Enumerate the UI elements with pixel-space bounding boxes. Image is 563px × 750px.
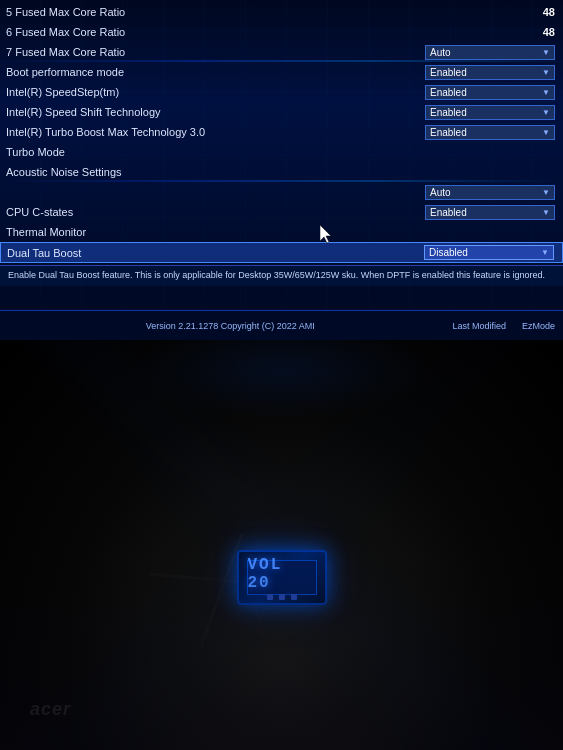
bios-description: Enable Dual Tau Boost feature. This is o… bbox=[0, 265, 563, 286]
bios-label-thermal: Thermal Monitor bbox=[6, 226, 86, 238]
bios-dropdown-turbo-max[interactable]: Enabled bbox=[425, 125, 555, 140]
bios-dropdown-cstates[interactable]: Enabled bbox=[425, 205, 555, 220]
bios-row-fused5: 5 Fused Max Core Ratio 48 bbox=[0, 2, 563, 22]
bios-ez-mode[interactable]: EzMode bbox=[522, 321, 555, 331]
bios-row-auto[interactable]: Auto bbox=[0, 182, 563, 202]
bios-label-turbo-mode: Turbo Mode bbox=[6, 146, 65, 158]
bios-value-fused6: 48 bbox=[543, 26, 555, 38]
bios-label-acoustic: Acoustic Noise Settings bbox=[6, 166, 122, 178]
desk-surface bbox=[0, 550, 563, 750]
bios-row-speedshift[interactable]: Intel(R) Speed Shift Technology Enabled bbox=[0, 102, 563, 122]
bios-row-turbo-max[interactable]: Intel(R) Turbo Boost Max Technology 3.0 … bbox=[0, 122, 563, 142]
bios-row-fused6: 6 Fused Max Core Ratio 48 bbox=[0, 22, 563, 42]
bios-footer-right: Last Modified EzMode bbox=[452, 321, 555, 331]
bios-row-speedstep[interactable]: Intel(R) SpeedStep(tm) Enabled bbox=[0, 82, 563, 102]
bios-row-turbo-mode: Turbo Mode bbox=[0, 142, 563, 162]
bios-label-fused7: 7 Fused Max Core Ratio bbox=[6, 46, 125, 58]
bios-dropdown-auto[interactable]: Auto bbox=[425, 185, 555, 200]
bios-row-cstates[interactable]: CPU C-states Enabled bbox=[0, 202, 563, 222]
bios-dropdown-dual-tau[interactable]: Disabled bbox=[424, 245, 554, 260]
real-world-area: VOL 20 acer bbox=[0, 340, 563, 750]
bios-value-fused5: 48 bbox=[543, 6, 555, 18]
bios-dropdown-speedstep[interactable]: Enabled bbox=[425, 85, 555, 100]
bios-row-acoustic: Acoustic Noise Settings bbox=[0, 162, 563, 182]
bios-row-fused7[interactable]: 7 Fused Max Core Ratio Auto bbox=[0, 42, 563, 62]
bios-label-cstates: CPU C-states bbox=[6, 206, 73, 218]
bios-row-dual-tau[interactable]: Dual Tau Boost Disabled bbox=[0, 242, 563, 263]
bios-label-speedstep: Intel(R) SpeedStep(tm) bbox=[6, 86, 119, 98]
bios-label-fused5: 5 Fused Max Core Ratio bbox=[6, 6, 125, 18]
bios-content: 5 Fused Max Core Ratio 48 6 Fused Max Co… bbox=[0, 0, 563, 265]
bios-label-speedshift: Intel(R) Speed Shift Technology bbox=[6, 106, 161, 118]
bios-label-fused6: 6 Fused Max Core Ratio bbox=[6, 26, 125, 38]
bios-label-dual-tau: Dual Tau Boost bbox=[7, 247, 81, 259]
bios-footer: Version 2.21.1278 Copyright (C) 2022 AMI… bbox=[0, 310, 563, 340]
bios-row-boot[interactable]: Boot performance mode Enabled bbox=[0, 62, 563, 82]
bios-label-boot: Boot performance mode bbox=[6, 66, 124, 78]
bios-screen: 5 Fused Max Core Ratio 48 6 Fused Max Co… bbox=[0, 0, 563, 340]
bios-row-thermal: Thermal Monitor bbox=[0, 222, 563, 242]
bios-dropdown-boot[interactable]: Enabled bbox=[425, 65, 555, 80]
bios-label-turbo-max: Intel(R) Turbo Boost Max Technology 3.0 bbox=[6, 126, 205, 138]
bios-description-text: Enable Dual Tau Boost feature. This is o… bbox=[8, 270, 545, 280]
bios-version: Version 2.21.1278 Copyright (C) 2022 AMI bbox=[8, 321, 452, 331]
bios-dropdown-speedshift[interactable]: Enabled bbox=[425, 105, 555, 120]
bios-dropdown-fused7[interactable]: Auto bbox=[425, 45, 555, 60]
bios-last-modified: Last Modified bbox=[452, 321, 506, 331]
